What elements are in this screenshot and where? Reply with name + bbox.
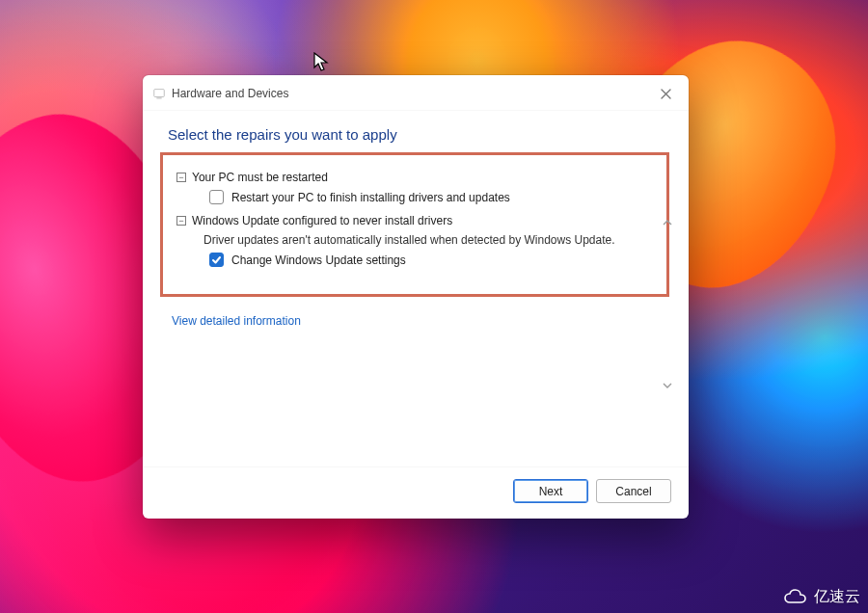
view-detailed-information-link[interactable]: View detailed information xyxy=(172,314,301,328)
svg-rect-0 xyxy=(154,90,165,97)
collapse-toggle[interactable]: − xyxy=(176,173,186,182)
watermark-text: 亿速云 xyxy=(814,587,860,607)
watermark: 亿速云 xyxy=(783,587,860,607)
repair-group-title: Windows Update configured to never insta… xyxy=(192,214,452,227)
repair-option-row: Restart your PC to finish installing dri… xyxy=(209,190,653,204)
cloud-icon xyxy=(783,589,808,606)
cancel-button[interactable]: Cancel xyxy=(596,479,671,503)
scroll-down-icon xyxy=(663,382,672,391)
repair-option-row: Change Windows Update settings xyxy=(209,253,653,267)
repair-option-label: Change Windows Update settings xyxy=(231,253,406,267)
scrollbar[interactable] xyxy=(664,223,671,386)
page-heading: Select the repairs you want to apply xyxy=(168,126,664,145)
hardware-icon xyxy=(152,87,166,100)
repair-group: − Windows Update configured to never ins… xyxy=(176,214,653,267)
dialog-footer: Next Cancel xyxy=(143,466,689,519)
troubleshooter-dialog: Hardware and Devices Select the repairs … xyxy=(143,75,689,519)
repair-group-title: Your PC must be restarted xyxy=(192,171,328,184)
collapse-toggle[interactable]: − xyxy=(176,216,186,226)
scroll-up-icon xyxy=(663,217,672,227)
change-update-settings-checkbox[interactable] xyxy=(209,253,224,267)
highlighted-repairs-box: − Your PC must be restarted Restart your… xyxy=(160,152,669,297)
restart-pc-checkbox[interactable] xyxy=(209,190,224,204)
checkmark-icon xyxy=(211,254,222,265)
repair-group-header: − Your PC must be restarted xyxy=(176,171,653,184)
svg-rect-1 xyxy=(156,97,161,98)
repair-group-header: − Windows Update configured to never ins… xyxy=(176,214,653,227)
repair-option-label: Restart your PC to finish installing dri… xyxy=(231,191,510,204)
repair-group-description: Driver updates aren't automatically inst… xyxy=(203,233,653,247)
title-bar: Hardware and Devices xyxy=(143,75,689,111)
close-icon xyxy=(661,89,671,99)
close-button[interactable] xyxy=(652,83,679,104)
window-title: Hardware and Devices xyxy=(172,87,652,100)
dialog-content: Select the repairs you want to apply − Y… xyxy=(143,111,689,466)
next-button[interactable]: Next xyxy=(513,479,588,503)
repair-group: − Your PC must be restarted Restart your… xyxy=(176,171,653,204)
